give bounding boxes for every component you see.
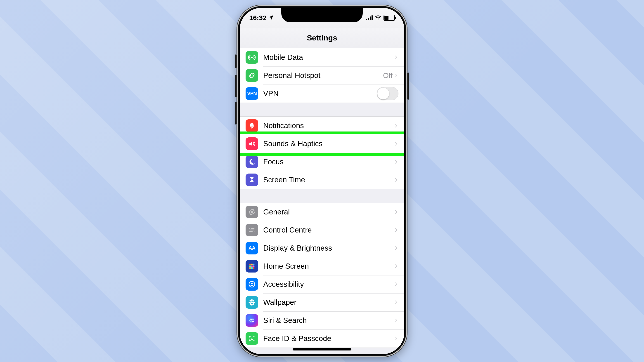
settings-row-label: Focus [263,157,394,166]
wifi-icon [375,14,381,21]
hourglass-icon [246,174,258,186]
chevron-right-icon [394,263,398,270]
app-grid-icon [246,260,258,273]
settings-row-label: Accessibility [263,280,394,289]
settings-row-home-screen[interactable]: Home Screen [240,257,404,275]
settings-group: Mobile DataPersonal HotspotOffVPNVPN [240,48,404,103]
phone-screen: 16:32 Settings Mobile DataPers [240,8,404,354]
antenna-icon [246,51,258,64]
settings-row-focus[interactable]: Focus [240,153,404,171]
chevron-right-icon [394,227,398,233]
chevron-right-icon [394,281,398,288]
settings-group: GeneralControl CentreAADisplay & Brightn… [240,203,404,348]
speaker-icon [246,137,258,150]
chevron-right-icon [394,245,398,252]
chevron-right-icon [394,54,398,61]
chevron-right-icon [394,176,398,183]
settings-row-label: Home Screen [263,262,394,271]
battery-icon [384,15,395,21]
text-size-icon: AA [246,242,258,254]
chevron-right-icon [394,72,398,79]
chevron-right-icon [394,317,398,324]
moon-icon [246,155,258,168]
settings-list[interactable]: Mobile DataPersonal HotspotOffVPNVPNNoti… [240,48,404,354]
settings-row-display-brightness[interactable]: AADisplay & Brightness [240,239,404,257]
settings-group: NotificationsSounds & HapticsFocusScreen… [240,116,404,189]
flower-icon [246,296,258,309]
home-indicator[interactable] [292,348,352,351]
switches-icon [246,224,258,236]
siri-icon [246,314,258,327]
settings-row-label: Control Centre [263,226,394,234]
settings-row-label: Personal Hotspot [263,71,383,80]
settings-row-screen-time[interactable]: Screen Time [240,171,404,189]
vpn-icon: VPN [246,87,258,100]
settings-row-face-id-passcode[interactable]: Face ID & Passcode [240,330,404,348]
toggle-vpn[interactable] [377,87,398,100]
chevron-right-icon [394,335,398,342]
settings-row-wallpaper[interactable]: Wallpaper [240,293,404,311]
settings-row-label: Display & Brightness [263,244,394,252]
chevron-right-icon [394,158,398,165]
settings-row-label: Notifications [263,121,394,130]
settings-row-label: General [263,208,394,216]
settings-row-sounds-haptics[interactable]: Sounds & Haptics [240,135,404,153]
settings-row-label: Siri & Search [263,316,394,325]
person-circle-icon [246,278,258,291]
chevron-right-icon [394,209,398,215]
settings-row-mobile-data[interactable]: Mobile Data [240,48,404,66]
bell-icon [246,119,258,132]
nav-bar: Settings [240,28,404,48]
phone-chassis: 16:32 Settings Mobile DataPers [236,5,408,357]
settings-row-label: Screen Time [263,176,394,184]
settings-row-label: Face ID & Passcode [263,334,394,343]
status-time: 16:32 [249,14,266,22]
settings-row-siri-search[interactable]: Siri & Search [240,311,404,330]
settings-row-label: Sounds & Haptics [263,139,394,148]
settings-row-label: Wallpaper [263,298,394,307]
settings-row-control-centre[interactable]: Control Centre [240,221,404,239]
settings-row-label: Mobile Data [263,53,394,62]
settings-row-vpn[interactable]: VPNVPN [240,84,404,103]
faceid-icon [246,332,258,345]
chevron-right-icon [394,140,398,147]
settings-row-notifications[interactable]: Notifications [240,117,404,135]
settings-row-personal-hotspot[interactable]: Personal HotspotOff [240,66,404,84]
cellular-icon [366,15,373,20]
page-title: Settings [307,33,337,42]
location-icon [268,14,274,22]
link-icon [246,69,258,82]
settings-row-general[interactable]: General [240,203,404,221]
chevron-right-icon [394,299,398,306]
settings-row-label: VPN [263,89,377,98]
settings-row-value: Off [383,71,392,80]
gear-icon [246,206,258,218]
notch [281,8,363,22]
chevron-right-icon [394,122,398,129]
settings-row-accessibility[interactable]: Accessibility [240,275,404,293]
